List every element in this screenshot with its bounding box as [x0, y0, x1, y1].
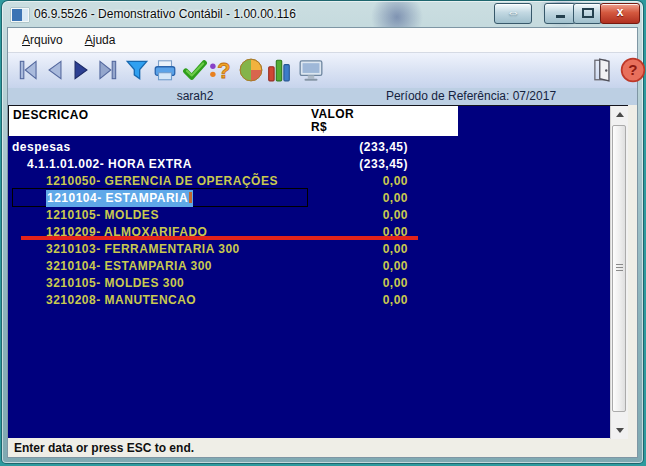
menu-bar: Arquivo Ajuda [8, 28, 637, 53]
title-bar[interactable]: 06.9.5526 - Demonstrativo Contábil - 1.0… [2, 1, 643, 28]
client-area: Arquivo Ajuda [8, 28, 637, 457]
menu-arquivo[interactable]: Arquivo [18, 31, 67, 49]
previous-record-icon [42, 57, 68, 83]
table-row[interactable]: 3210105- MOLDES 300 0,00 [8, 275, 608, 292]
maximize-icon [582, 8, 594, 18]
exit-door-icon [590, 57, 616, 83]
first-record-icon [16, 57, 42, 83]
previous-record-button[interactable] [42, 57, 68, 83]
next-record-button[interactable] [68, 57, 94, 83]
scrollbar-thumb[interactable] [612, 125, 626, 412]
report-grid[interactable]: DESCRICAO VALOR R$ despesas (233,45) 4.1… [8, 105, 628, 438]
toolbar: ? [8, 53, 637, 89]
whats-this-button[interactable]: ? [208, 57, 234, 83]
help-icon: ? [620, 57, 646, 83]
table-row[interactable]: 3210104- ESTAMPARIA 300 0,00 [8, 258, 608, 275]
bar-chart-icon [266, 57, 292, 83]
confirm-button[interactable] [182, 57, 208, 83]
minimize-button[interactable] [544, 3, 576, 24]
table-row[interactable]: 1210105- MOLDES 0,00 [8, 207, 608, 224]
monitor-icon [298, 57, 324, 83]
user-name: sarah2 [177, 89, 214, 103]
print-button[interactable] [152, 57, 178, 83]
reference-period: Período de Referência: 07/2017 [386, 89, 556, 103]
check-icon [182, 57, 208, 83]
svg-text:?: ? [217, 58, 230, 83]
thumb-grip-icon [616, 264, 623, 273]
filter-icon [124, 57, 150, 83]
arrow-down-icon [616, 428, 624, 433]
help-button[interactable]: ? [620, 57, 646, 83]
scroll-up-button[interactable] [611, 106, 628, 123]
close-button[interactable]: x [600, 3, 640, 24]
print-icon [152, 57, 178, 83]
column-valor: VALOR R$ [311, 108, 354, 134]
info-band: sarah2 Período de Referência: 07/2017 [8, 88, 637, 105]
desktop: 06.9.5526 - Demonstrativo Contábil - 1.0… [0, 0, 646, 466]
column-header: DESCRICAO VALOR R$ [8, 106, 458, 136]
filter-button[interactable] [124, 57, 150, 83]
first-record-button[interactable] [16, 57, 42, 83]
bar-chart-button[interactable] [266, 57, 292, 83]
table-row[interactable]: despesas (233,45) [8, 139, 608, 156]
monitor-button[interactable] [298, 57, 324, 83]
status-message: Enter data or press ESC to end. [14, 440, 194, 457]
minimize-icon [556, 15, 565, 18]
app-icon [11, 8, 29, 22]
next-record-icon [68, 57, 94, 83]
table-row[interactable]: 1210050- GERENCIA DE OPERAÇÕES 0,00 [8, 173, 608, 190]
whats-this-icon: ? [208, 57, 234, 83]
arrow-up-icon [616, 112, 624, 117]
last-record-icon [94, 57, 120, 83]
resize-button[interactable]: ⇔ [494, 3, 532, 24]
exit-button[interactable] [590, 57, 616, 83]
table-row[interactable]: 4.1.1.01.002- HORA EXTRA (233,45) [8, 156, 608, 173]
table-row[interactable]: 3210208- MANUTENCAO 0,00 [8, 292, 608, 309]
menu-ajuda[interactable]: Ajuda [81, 31, 120, 49]
last-record-button[interactable] [94, 57, 120, 83]
app-window: 06.9.5526 - Demonstrativo Contábil - 1.0… [2, 1, 643, 463]
maximize-button[interactable] [573, 3, 602, 24]
pie-chart-button[interactable] [238, 57, 264, 83]
scroll-down-button[interactable] [611, 422, 628, 439]
vertical-scrollbar[interactable] [610, 106, 628, 439]
table-row-selected[interactable]: 1210104- ESTAMPARIA 0,00 [8, 190, 608, 207]
svg-text:?: ? [628, 61, 637, 78]
pie-chart-icon [238, 57, 264, 83]
table-row[interactable]: 3210103- FERRAMENTARIA 300 0,00 [8, 241, 608, 258]
column-descricao: DESCRICAO [13, 108, 89, 122]
window-title: 06.9.5526 - Demonstrativo Contábil - 1.0… [34, 7, 296, 21]
red-underline-annotation [21, 236, 418, 240]
text-caret [189, 192, 192, 203]
status-bar: Enter data or press ESC to end. [8, 440, 637, 457]
